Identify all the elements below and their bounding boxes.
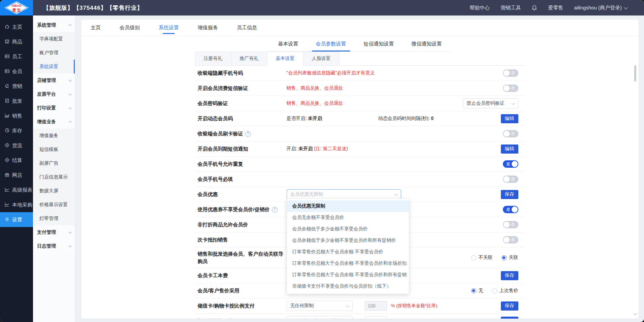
notification-bell-icon[interactable] — [532, 5, 537, 11]
sidenav-item-data-dashboard[interactable]: 数据大屏 — [33, 184, 75, 198]
sidebar-item-inventory[interactable]: 库存 — [0, 123, 33, 138]
tab-face-settings[interactable]: 人脸设置 — [303, 52, 340, 65]
dropdown-option[interactable]: 会员无余额不享受会员价 — [287, 212, 409, 223]
sidenav-group-payment-management[interactable]: 支付管理 — [33, 225, 75, 239]
dropdown-option[interactable]: 会员余额低于多少金额不享受会员价 — [287, 223, 409, 235]
sidebar-item-advanced-reports[interactable]: 高级报表 — [0, 183, 33, 197]
radio-link[interactable]: 关联 — [502, 255, 518, 261]
stored-card-ratio-input[interactable] — [365, 301, 387, 311]
sidebar-item-wholesale[interactable]: 批发 — [0, 94, 33, 108]
toggle-switch[interactable]: 否 — [503, 69, 518, 77]
sidenav-item-account-management[interactable]: 账户管理 — [33, 46, 75, 60]
aibao-logo[interactable]: AIBAO 爱 宝 — [0, 0, 33, 15]
dropdown-option[interactable]: 订单零售价总额大于会员余额 不享受会员价和所有促销 — [287, 269, 409, 281]
tab-home[interactable]: 主页 — [91, 20, 101, 36]
toggle-switch[interactable]: 否 — [503, 221, 518, 228]
tab-system-settings[interactable]: 系统设置 — [159, 20, 179, 36]
home-icon — [4, 24, 10, 30]
sidenav-group-log-management[interactable]: 日志管理 — [33, 239, 75, 253]
prepaid-card-ratio-input[interactable] — [365, 316, 387, 319]
tab-staff-info[interactable]: 员工信息 — [237, 20, 257, 36]
scrollbar-thumb[interactable] — [634, 65, 636, 82]
price-mode-radio-group: 无 上次售价 — [471, 288, 518, 294]
brand-link[interactable]: 爱零售 — [548, 5, 563, 11]
chevron-down-icon — [624, 5, 627, 9]
toggle-switch[interactable]: 否 — [503, 175, 518, 183]
tab-member-level[interactable]: 会员级别 — [120, 20, 140, 36]
sidebar-item-home[interactable]: 主页 — [0, 20, 33, 34]
radio-none[interactable]: 无 — [471, 288, 483, 294]
member-discount-select[interactable]: 会员优惠无限制 — [287, 189, 401, 199]
setting-row-swipe-verify: 收银端会员刷卡验证? 否 — [195, 126, 525, 141]
sidebar-item-sales[interactable]: 销售 — [0, 108, 33, 123]
sidebar-item-settings[interactable]: 设置 — [0, 212, 33, 227]
radio-last-price[interactable]: 上次售价 — [492, 288, 518, 294]
sidenav-item-dict-config[interactable]: 字典项配置 — [33, 32, 75, 46]
toggle-switch[interactable]: 否 — [503, 85, 518, 92]
dropdown-option[interactable]: 会员优惠无限制 — [287, 200, 409, 212]
toggle-switch[interactable]: 是 — [503, 160, 518, 168]
sidebar-item-online-store[interactable]: 网店 — [0, 168, 33, 183]
sidenav-item-secondary-screen-ads[interactable]: 副屏广告 — [33, 156, 75, 170]
member-discount-dropdown: 会员优惠无限制 会员无余额不享受会员价 会员余额低于多少金额不享受会员价 会员余… — [287, 198, 409, 294]
tab-member-param-settings[interactable]: 会员参数设置 — [307, 36, 355, 51]
sidenav-group-invoice-platform[interactable]: 发票平台 — [33, 87, 75, 101]
tab-value-added-services[interactable]: 增值服务 — [198, 20, 218, 36]
dropdown-option[interactable]: 会员余额低于多少金额不享受会员价和所有促销价 — [287, 235, 409, 246]
tab-basic-settings[interactable]: 基本设置 — [269, 36, 307, 51]
content-card: 主页 会员级别 系统设置 增值服务 员工信息 基本设置 会员参数设置 短信通知设… — [81, 20, 639, 319]
radio-no-link[interactable]: 不关联 — [471, 255, 493, 261]
toggle-switch[interactable]: 否 — [503, 236, 518, 244]
sidebar-item-marketing[interactable]: 营销 — [0, 79, 33, 94]
sidenav-group-value-added-business[interactable]: 增值业务 — [33, 115, 75, 129]
edit-button[interactable]: 编辑 — [501, 114, 518, 123]
toggle-switch[interactable]: 否 — [503, 130, 518, 137]
account-menu[interactable]: ailingshou (商户登录) — [574, 5, 627, 11]
save-button[interactable]: 保存 — [501, 317, 518, 319]
sidenav-item-light-strip-management[interactable]: 灯带管理 — [33, 212, 75, 225]
tab-basic[interactable]: 基本设置 — [267, 52, 303, 65]
tab-register-gift[interactable]: 注册有礼 — [195, 52, 231, 65]
sidebar-item-staff[interactable]: 员工 — [0, 49, 33, 64]
save-button[interactable]: 保存 — [501, 301, 518, 311]
save-button[interactable]: 保存 — [501, 271, 518, 280]
setting-row-sms-verify: 开启会员消费短信验证 销售、商品兑换、会员退款 否 — [195, 81, 525, 96]
sidenav-group-system-management[interactable]: 系统管理 — [33, 18, 75, 32]
toggle-switch[interactable]: 是 — [503, 206, 518, 213]
sidebar-item-members[interactable]: 会员 — [0, 64, 33, 79]
help-icon[interactable]: ? — [272, 207, 278, 213]
sidenav-item-system-settings[interactable]: 系统设置 — [33, 60, 75, 73]
dropdown-option[interactable]: 非储值卡支付不享受会员价与会员折扣（线下） — [287, 281, 409, 292]
stored-card-limit-select[interactable]: 无任何限制 — [287, 301, 353, 311]
marketing-tools-link[interactable]: 营销工具 — [501, 5, 521, 11]
main-sidebar: 主页 商品 员工 会员 营销 批发 销售 库存 — [0, 15, 33, 322]
scroll-down-icon[interactable] — [633, 311, 637, 315]
tab-wechat-notify-settings[interactable]: 微信通知设置 — [403, 36, 451, 51]
edit-button[interactable]: 编辑 — [501, 144, 518, 154]
save-button[interactable]: 保存 — [501, 190, 518, 199]
sidenav-group-print-settings[interactable]: 打印设置 — [33, 101, 75, 115]
dropdown-option[interactable]: 订单零售价总额大于会员余额 不享受会员价和全场折扣 — [287, 258, 409, 269]
sidenav-item-value-added-services[interactable]: 增值服务 — [33, 129, 75, 142]
help-center-link[interactable]: 帮助中心 — [470, 5, 490, 11]
sidenav-item-store-info-display[interactable]: 门店信息展示 — [33, 170, 75, 184]
help-icon[interactable]: ? — [245, 131, 251, 137]
dropdown-option[interactable]: 订单零售价总额大于会员余额 不享受会员价 — [287, 246, 409, 258]
password-verify-select[interactable]: 禁止会员密码验证 — [463, 98, 518, 108]
tab-sms-notify-settings[interactable]: 短信通知设置 — [355, 36, 403, 51]
prepaid-card-ratio-select[interactable]: 按预付卡最大可支付比率 — [287, 316, 353, 319]
sidebar-item-settlement[interactable]: 结算 — [0, 153, 33, 168]
sidenav-item-price-display-settings[interactable]: 价格展示设置 — [33, 198, 75, 212]
trend-chart-icon — [4, 187, 10, 193]
sidebar-item-goods[interactable]: 商品 — [0, 34, 33, 49]
app-window: AIBAO 爱 宝 【旗舰版】【375446】【零售行业】 帮助中心 营销工具 … — [0, 0, 644, 322]
sidenav-item-sms-templates[interactable]: 短信模板 — [33, 142, 75, 156]
setting-row-stored-card-ratio: 储值卡/购物卡按比例支付 无任何限制 % (按销售单金额*比率) 保存 — [195, 298, 525, 314]
settings-content: 注册有礼 推广有礼 基本设置 人脸设置 收银端隐藏手机号码 "会员列表敏感信息隐… — [195, 52, 525, 319]
topbar-menu: 帮助中心 营销工具 爱零售 ailingshou (商户登录) — [470, 5, 644, 11]
chevron-down-icon — [69, 92, 72, 95]
sidenav-group-store-management[interactable]: 店铺管理 — [33, 73, 75, 87]
sidebar-item-logistics[interactable]: 货流 — [0, 138, 33, 153]
sidebar-item-local-purchase[interactable]: 本地采购 — [0, 197, 33, 212]
tab-promotion-gift[interactable]: 推广有礼 — [231, 52, 267, 65]
